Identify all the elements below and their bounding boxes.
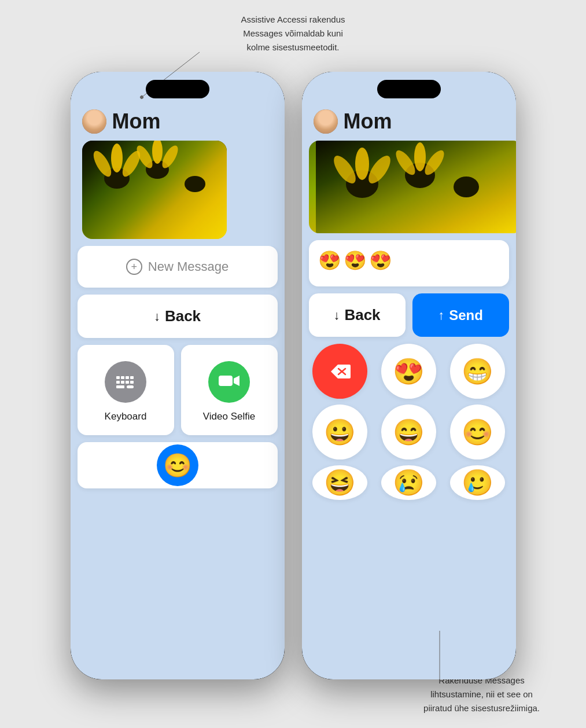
dynamic-island-2 — [377, 80, 441, 98]
emoji-key-1[interactable]: 😍 — [381, 344, 436, 399]
emoji-key-2[interactable]: 😁 — [450, 344, 505, 399]
page-container: Assistive Accessi rakendus Messages võim… — [0, 0, 586, 728]
contact-name-2: Mom — [344, 109, 392, 134]
emoji-button-partial[interactable]: 😊 — [78, 442, 278, 488]
dynamic-island-1 — [146, 80, 209, 98]
sunflower-svg-2 — [309, 141, 516, 233]
arrow-down-icon-2: ↓ — [333, 308, 340, 323]
svg-point-3 — [111, 144, 123, 172]
phone-1-body: + New Message ↓ Back — [71, 246, 285, 679]
sunflower-img-2 — [309, 141, 516, 233]
emoji-key-4[interactable]: 😄 — [381, 405, 436, 459]
keyboard-icon — [105, 361, 146, 403]
video-selfie-label: Video Selfie — [203, 411, 255, 422]
svg-rect-12 — [130, 376, 134, 379]
video-selfie-button[interactable]: Video Selfie — [181, 345, 278, 435]
emoji-display-text: 😍😍😍 — [318, 249, 500, 271]
back-button-1[interactable]: ↓ Back — [78, 295, 278, 338]
svg-point-6 — [152, 141, 163, 164]
svg-point-2 — [185, 176, 205, 192]
phones-container: Mom — [71, 72, 516, 679]
phone-2-bg: Mom — [302, 72, 516, 679]
keyboard-button[interactable]: Keyboard — [78, 345, 174, 435]
contact-name-1: Mom — [112, 109, 161, 134]
svg-point-24 — [454, 177, 479, 197]
send-button[interactable]: ↑ Send — [412, 293, 509, 337]
emoji-key-7[interactable]: 😢 — [381, 465, 436, 500]
svg-rect-17 — [116, 385, 124, 388]
phone-2: Mom — [302, 72, 516, 679]
phone-1: Mom — [71, 72, 285, 679]
svg-rect-11 — [126, 376, 129, 379]
annotation-bottom: Rakenduse Messages lihtsustamine, nii et… — [423, 674, 540, 715]
back-label-1: Back — [165, 307, 201, 325]
annotation-bottom-line3: piiratud ühe sisestusrežiimiga. — [423, 701, 540, 715]
svg-rect-14 — [121, 381, 124, 384]
avatar-1 — [82, 109, 106, 134]
back-send-row: ↓ Back ↑ Send — [309, 293, 509, 337]
emoji-grid: 😍 😁 😀 😄 😊 😆 😢 🥲 — [309, 344, 509, 500]
svg-rect-10 — [121, 376, 124, 379]
avatar-img-2 — [314, 109, 338, 134]
keyboard-label: Keyboard — [105, 411, 147, 422]
emoji-key-6[interactable]: 😆 — [312, 465, 367, 500]
emoji-icon: 😊 — [157, 444, 198, 486]
annotation-top-line2: Messages võimaldab kuni — [0, 27, 586, 41]
annotation-top-line3: kolme sisestusmeetodit. — [0, 41, 586, 54]
svg-point-25 — [355, 148, 369, 180]
svg-rect-13 — [116, 381, 120, 384]
svg-rect-16 — [130, 381, 134, 384]
emoji-display-area: 😍😍😍 — [309, 240, 509, 286]
svg-rect-15 — [126, 381, 129, 384]
annotation-top-line1: Assistive Accessi rakendus — [0, 13, 586, 27]
arrow-down-icon-1: ↓ — [154, 309, 160, 324]
svg-rect-9 — [116, 376, 120, 379]
annotation-bottom-line2: lihtsustamine, nii et see on — [423, 687, 540, 701]
svg-rect-18 — [127, 385, 134, 388]
back-label-2: Back — [344, 306, 380, 324]
svg-rect-19 — [219, 376, 233, 386]
back-button-2[interactable]: ↓ Back — [309, 293, 406, 337]
phone-1-screen: Mom — [71, 72, 285, 679]
phone-2-screen: Mom — [302, 72, 516, 679]
delete-key[interactable] — [312, 344, 367, 399]
emoji-key-5[interactable]: 😊 — [450, 405, 505, 459]
new-message-label: New Message — [148, 259, 228, 274]
avatar-2 — [314, 109, 338, 134]
emoji-key-3[interactable]: 😀 — [312, 405, 367, 459]
emoji-key-8[interactable]: 🥲 — [450, 465, 505, 500]
new-message-button[interactable]: + New Message — [78, 246, 278, 288]
sunflower-content-1 — [82, 141, 227, 239]
arrow-up-icon: ↑ — [438, 308, 444, 323]
svg-marker-20 — [234, 376, 239, 386]
sunflower-img-1 — [82, 141, 227, 239]
avatar-img-1 — [82, 109, 106, 134]
annotation-top: Assistive Accessi rakendus Messages võim… — [0, 13, 586, 54]
phone-1-bg: Mom — [71, 72, 285, 679]
video-selfie-icon — [208, 361, 250, 403]
sunflower-svg-1 — [82, 141, 227, 239]
new-message-icon: + — [126, 259, 142, 275]
send-label: Send — [449, 307, 483, 323]
input-method-grid: Keyboard Video Selfie — [78, 345, 278, 435]
phone-2-body: 😍😍😍 ↓ Back ↑ Send — [302, 240, 516, 679]
svg-point-28 — [414, 142, 426, 171]
